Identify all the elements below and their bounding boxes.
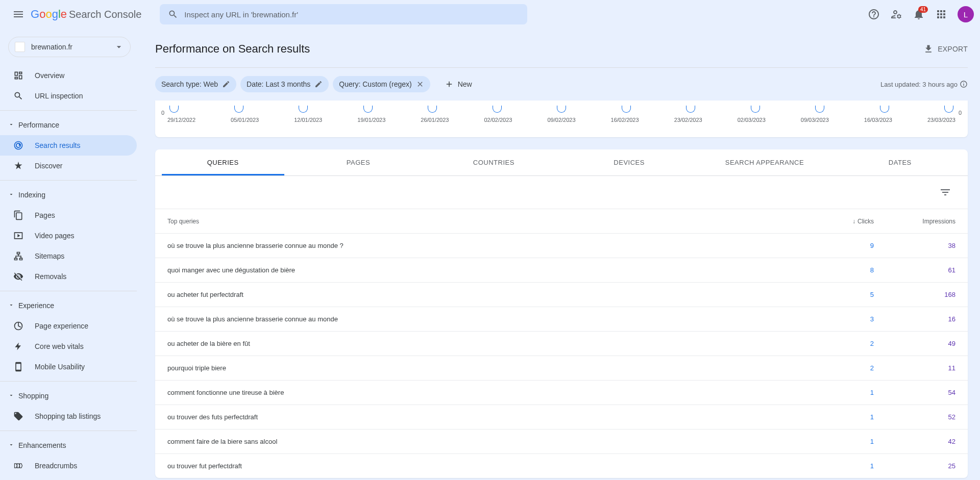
section-enhancements[interactable]: Enhancements [0,435,137,456]
nav-page-experience[interactable]: Page experience [0,316,137,336]
chart-spike [880,106,889,113]
cell-impressions: 168 [874,291,955,298]
tab-search-appearance[interactable]: SEARCH APPEARANCE [703,149,826,175]
page-title: Performance on Search results [155,42,310,56]
vitals-icon [13,341,23,351]
chart-x-axis: 29/12/202205/01/202312/01/202319/01/2023… [167,117,955,123]
chevron-down-icon [8,392,14,398]
nav-search-results[interactable]: Search results [0,135,137,156]
table-row[interactable]: ou trouver fut perfectdraft125 [155,453,968,478]
data-table-card: QUERIES PAGES COUNTRIES DEVICES SEARCH A… [155,149,968,478]
menu-button[interactable] [6,2,31,27]
col-header-queries[interactable]: Top queries [167,218,802,225]
nav-discover[interactable]: Discover [0,156,137,176]
x-tick: 09/02/2023 [547,117,575,123]
last-updated-text: Last updated: 3 hours ago [880,81,958,88]
table-row[interactable]: comment fonctionne une tireuse à bière15… [155,380,968,405]
nav-sitemaps[interactable]: Sitemaps [0,246,137,266]
x-tick: 23/02/2023 [674,117,702,123]
chart-spike [944,106,953,113]
x-tick: 02/03/2023 [738,117,766,123]
nav-shopping-tab[interactable]: Shopping tab listings [0,406,137,426]
cell-clicks: 1 [802,462,874,470]
url-inspect-search[interactable] [160,4,527,24]
col-header-impressions[interactable]: Impressions [874,218,955,225]
table-row[interactable]: ou trouver des futs perfectdraft152 [155,405,968,429]
nav-label: Core web vitals [35,342,84,350]
section-label: Experience [18,301,54,310]
apps-button[interactable] [931,4,951,24]
table-row[interactable]: ou acheter fut perfectdraft5168 [155,282,968,307]
filter-table-button[interactable] [935,182,955,203]
account-avatar[interactable]: L [958,6,974,22]
tab-queries[interactable]: QUERIES [162,149,284,175]
cell-clicks: 3 [802,315,874,323]
cell-clicks: 5 [802,291,874,298]
property-favicon [15,42,25,52]
download-icon [923,44,934,54]
info-icon[interactable] [960,80,968,88]
logo[interactable]: Google Search Console [31,8,141,21]
nav-label: URL inspection [35,92,83,100]
nav-video-pages[interactable]: Video pages [0,225,137,246]
section-shopping[interactable]: Shopping [0,386,137,406]
chart-spike [686,106,695,113]
export-button[interactable]: EXPORT [923,44,968,54]
url-inspect-input[interactable] [184,10,519,19]
edit-icon [222,80,230,88]
add-filter-button[interactable]: New [438,80,478,89]
chart-spike [815,106,824,113]
nav-removals[interactable]: Removals [0,266,137,287]
table-row[interactable]: où se trouve la plus ancienne brasserie … [155,233,968,258]
table-row[interactable]: où se trouve la plus ancienne brasserie … [155,307,968,331]
filter-query[interactable]: Query: Custom (regex) [333,76,430,92]
tab-devices[interactable]: DEVICES [568,149,691,175]
cell-impressions: 49 [874,340,955,347]
user-settings-button[interactable] [886,4,906,24]
product-name: Search Console [69,9,141,20]
cell-query: ou trouver fut perfectdraft [167,462,802,470]
filter-date[interactable]: Date: Last 3 months [240,76,329,92]
nav-url-inspection[interactable]: URL inspection [0,86,137,106]
edit-icon [314,80,323,88]
notifications-button[interactable]: 41 [909,4,929,24]
chevron-down-icon [8,442,14,448]
tab-dates[interactable]: DATES [839,149,961,175]
nav-core-web-vitals[interactable]: Core web vitals [0,336,137,357]
chevron-down-icon [8,302,14,308]
table-row[interactable]: ou acheter de la bière en fût249 [155,331,968,356]
axis-right-zero: 0 [959,110,962,116]
notification-badge: 41 [918,6,928,13]
section-performance[interactable]: Performance [0,115,137,135]
table-row[interactable]: quoi manger avec une dégustation de bièr… [155,258,968,282]
g-icon [13,140,23,150]
cell-impressions: 61 [874,266,955,274]
chart-spike [557,106,566,113]
cell-impressions: 25 [874,462,955,470]
close-icon[interactable] [416,80,424,88]
filter-search-type[interactable]: Search type: Web [155,76,236,92]
nav-mobile-usability[interactable]: Mobile Usability [0,357,137,377]
section-experience[interactable]: Experience [0,295,137,316]
x-tick: 29/12/2022 [167,117,195,123]
nav-breadcrumbs[interactable]: Breadcrumbs [0,456,137,476]
x-tick: 16/02/2023 [611,117,639,123]
nav-label: Overview [35,71,64,80]
cell-query: où se trouve la plus ancienne brasserie … [167,242,802,249]
section-indexing[interactable]: Indexing [0,185,137,205]
x-tick: 12/01/2023 [294,117,322,123]
col-header-clicks[interactable]: ↓Clicks [802,218,874,225]
nav-label: Search results [35,141,80,149]
table-row[interactable]: pourquoi triple biere211 [155,356,968,380]
help-button[interactable] [864,4,884,24]
tab-pages[interactable]: PAGES [297,149,420,175]
nav-label: Breadcrumbs [35,462,77,470]
nav-overview[interactable]: Overview [0,65,137,86]
cell-query: comment faire de la biere sans alcool [167,438,802,445]
nav-pages[interactable]: Pages [0,205,137,225]
property-selector[interactable]: brewnation.fr [8,37,131,57]
video-icon [13,231,23,241]
cell-clicks: 2 [802,340,874,347]
tab-countries[interactable]: COUNTRIES [432,149,555,175]
table-row[interactable]: comment faire de la biere sans alcool142 [155,429,968,453]
